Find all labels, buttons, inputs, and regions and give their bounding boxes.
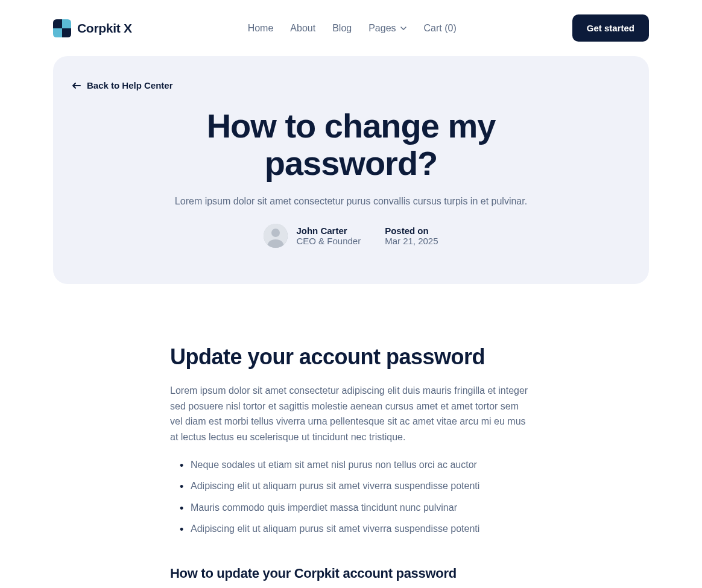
site-header: Corpkit X Home About Blog Pages Cart (0)…	[0, 0, 702, 56]
logo-text: Corpkit X	[77, 21, 132, 36]
avatar	[264, 224, 288, 248]
list-item: Adipiscing elit ut aliquam purus sit ame…	[191, 478, 532, 494]
posted-label: Posted on	[385, 226, 438, 236]
subsection-heading: How to update your Corpkit account passw…	[170, 566, 532, 581]
article-meta: John Carter CEO & Founder Posted on Mar …	[72, 224, 630, 248]
arrow-left-icon	[72, 81, 81, 90]
nav-cart[interactable]: Cart (0)	[424, 23, 457, 34]
svg-point-1	[271, 229, 280, 237]
bullet-list: Neque sodales ut etiam sit amet nisl pur…	[170, 457, 532, 537]
posted-block: Posted on Mar 21, 2025	[385, 226, 438, 246]
author-block: John Carter CEO & Founder	[264, 224, 361, 248]
author-role: CEO & Founder	[296, 236, 361, 246]
article-content: Update your account password Lorem ipsum…	[158, 344, 544, 588]
section-heading: Update your account password	[170, 344, 532, 370]
list-item: Adipiscing elit ut aliquam purus sit ame…	[191, 521, 532, 537]
nav-blog[interactable]: Blog	[332, 23, 352, 34]
posted-date: Mar 21, 2025	[385, 236, 438, 246]
main-nav: Home About Blog Pages Cart (0)	[248, 23, 457, 34]
back-link-label: Back to Help Center	[87, 80, 173, 90]
logo[interactable]: Corpkit X	[53, 19, 132, 37]
page-title: How to change my password?	[72, 107, 630, 182]
get-started-button[interactable]: Get started	[572, 14, 649, 42]
back-link[interactable]: Back to Help Center	[72, 80, 630, 90]
nav-about[interactable]: About	[290, 23, 315, 34]
logo-icon	[53, 19, 71, 37]
chevron-down-icon	[400, 25, 407, 32]
nav-pages[interactable]: Pages	[368, 23, 406, 34]
hero-section: Back to Help Center How to change my pas…	[53, 56, 649, 284]
nav-pages-label: Pages	[368, 23, 396, 34]
page-subtitle: Lorem ipsum dolor sit amet consectetur p…	[72, 196, 630, 207]
nav-home[interactable]: Home	[248, 23, 274, 34]
list-item: Mauris commodo quis imperdiet massa tinc…	[191, 500, 532, 516]
list-item: Neque sodales ut etiam sit amet nisl pur…	[191, 457, 532, 473]
author-name: John Carter	[296, 226, 361, 236]
paragraph: Lorem ipsum dolor sit amet consectetur a…	[170, 383, 532, 444]
